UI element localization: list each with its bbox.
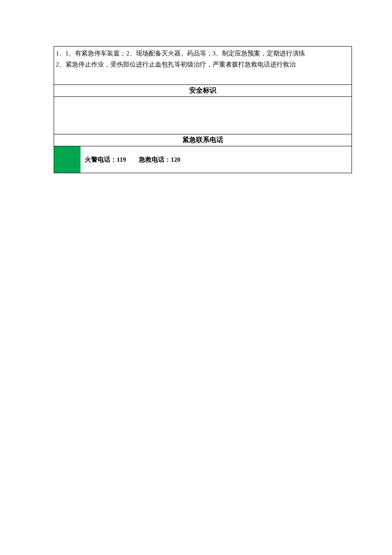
ambulance-phone: 急救电话：120	[139, 156, 181, 164]
notes-section: 1、1、有紧急停车装置；2、现场配备灭火器、药品等；3、制定应急预案，定期进行演…	[54, 46, 352, 85]
note-item-1: 1、1、有紧急停车装置；2、现场配备灭火器、药品等；3、制定应急预案，定期进行演…	[56, 48, 350, 59]
green-indicator	[54, 146, 81, 173]
emergency-contact-header: 紧急联系电话	[54, 134, 352, 146]
safety-sign-content	[54, 97, 352, 134]
safety-sign-header: 安全标识	[54, 85, 352, 97]
fire-phone: 火警电话：119	[85, 156, 126, 164]
contact-row: 火警电话：119 急救电话：120	[54, 146, 352, 173]
note-item-2: 2、紧急停止作业，受伤部位进行止血包扎等初级治疗，严重者拨打急救电话进行救治	[56, 59, 350, 70]
contact-text: 火警电话：119 急救电话：120	[81, 146, 180, 173]
document-container: 1、1、有紧急停车装置；2、现场配备灭火器、药品等；3、制定应急预案，定期进行演…	[54, 46, 352, 173]
section-box: 1、1、有紧急停车装置；2、现场配备灭火器、药品等；3、制定应急预案，定期进行演…	[54, 46, 352, 173]
